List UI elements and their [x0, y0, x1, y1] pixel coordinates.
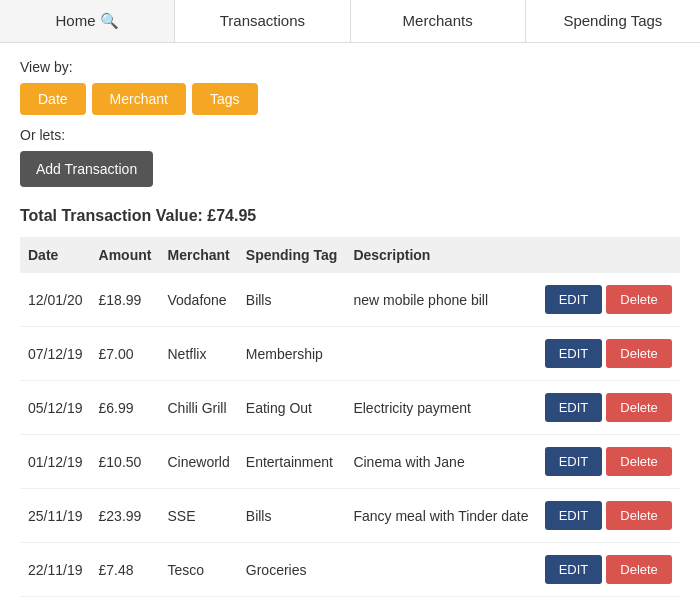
cell-tag: Bills	[238, 273, 346, 327]
nav-merchants[interactable]: Merchants	[351, 0, 526, 42]
or-lets-label: Or lets:	[20, 127, 680, 143]
edit-button[interactable]: EDIT	[545, 339, 603, 368]
cell-date: 07/12/19	[20, 327, 91, 381]
action-cell: EDITDelete	[537, 327, 680, 381]
cell-description: new mobile phone bill	[345, 273, 536, 327]
view-by-tags-button[interactable]: Tags	[192, 83, 258, 115]
cell-tag: Membership	[238, 327, 346, 381]
cell-tag: Entertainment	[238, 435, 346, 489]
cell-amount: £18.99	[91, 273, 160, 327]
edit-button[interactable]: EDIT	[545, 555, 603, 584]
cell-description: Cinema with Jane	[345, 435, 536, 489]
delete-button[interactable]: Delete	[606, 447, 672, 476]
action-cell: EDITDelete	[537, 435, 680, 489]
cell-date: 25/11/19	[20, 489, 91, 543]
nav-spending-tags[interactable]: Spending Tags	[526, 0, 700, 42]
action-cell: EDITDelete	[537, 273, 680, 327]
total-value: Total Transaction Value: £74.95	[20, 207, 680, 225]
delete-button[interactable]: Delete	[606, 501, 672, 530]
cell-amount: £7.00	[91, 327, 160, 381]
cell-merchant: Cineworld	[159, 435, 237, 489]
table-header-row: Date Amount Merchant Spending Tag Descri…	[20, 237, 680, 273]
nav-transactions-label: Transactions	[220, 12, 305, 29]
cell-amount: £6.99	[91, 381, 160, 435]
edit-button[interactable]: EDIT	[545, 285, 603, 314]
view-by-merchant-button[interactable]: Merchant	[92, 83, 186, 115]
action-cell: EDITDelete	[537, 489, 680, 543]
action-cell: EDITDelete	[537, 381, 680, 435]
cell-description: Fancy meal with Tinder date	[345, 489, 536, 543]
main-content: View by: Date Merchant Tags Or lets: Add…	[0, 43, 700, 609]
delete-button[interactable]: Delete	[606, 393, 672, 422]
col-date: Date	[20, 237, 91, 273]
table-row: 07/12/19£7.00NetflixMembershipEDITDelete	[20, 327, 680, 381]
table-row: 05/12/19£6.99Chilli GrillEating OutElect…	[20, 381, 680, 435]
edit-button[interactable]: EDIT	[545, 501, 603, 530]
action-cell: EDITDelete	[537, 543, 680, 597]
transactions-table: Date Amount Merchant Spending Tag Descri…	[20, 237, 680, 597]
nav-spending-tags-label: Spending Tags	[563, 12, 662, 29]
cell-merchant: Netflix	[159, 327, 237, 381]
delete-button[interactable]: Delete	[606, 285, 672, 314]
nav-home[interactable]: Home 🔍	[0, 0, 175, 42]
col-actions	[537, 237, 680, 273]
col-spending-tag: Spending Tag	[238, 237, 346, 273]
nav-transactions[interactable]: Transactions	[175, 0, 350, 42]
nav-merchants-label: Merchants	[403, 12, 473, 29]
main-nav: Home 🔍 Transactions Merchants Spending T…	[0, 0, 700, 43]
cell-description	[345, 327, 536, 381]
col-amount: Amount	[91, 237, 160, 273]
cell-description	[345, 543, 536, 597]
col-merchant: Merchant	[159, 237, 237, 273]
view-by-group: Date Merchant Tags	[20, 83, 680, 115]
view-by-date-button[interactable]: Date	[20, 83, 86, 115]
cell-amount: £10.50	[91, 435, 160, 489]
cell-tag: Eating Out	[238, 381, 346, 435]
cell-tag: Groceries	[238, 543, 346, 597]
add-transaction-button[interactable]: Add Transaction	[20, 151, 153, 187]
cell-date: 22/11/19	[20, 543, 91, 597]
cell-date: 12/01/20	[20, 273, 91, 327]
cell-amount: £23.99	[91, 489, 160, 543]
cell-amount: £7.48	[91, 543, 160, 597]
cell-description: Electricity payment	[345, 381, 536, 435]
delete-button[interactable]: Delete	[606, 555, 672, 584]
cell-merchant: Vodafone	[159, 273, 237, 327]
table-row: 22/11/19£7.48TescoGroceriesEDITDelete	[20, 543, 680, 597]
table-row: 01/12/19£10.50CineworldEntertainmentCine…	[20, 435, 680, 489]
view-by-label: View by:	[20, 59, 680, 75]
cell-merchant: SSE	[159, 489, 237, 543]
col-description: Description	[345, 237, 536, 273]
table-row: 12/01/20£18.99VodafoneBillsnew mobile ph…	[20, 273, 680, 327]
edit-button[interactable]: EDIT	[545, 447, 603, 476]
cell-merchant: Tesco	[159, 543, 237, 597]
edit-button[interactable]: EDIT	[545, 393, 603, 422]
cell-date: 05/12/19	[20, 381, 91, 435]
delete-button[interactable]: Delete	[606, 339, 672, 368]
table-row: 25/11/19£23.99SSEBillsFancy meal with Ti…	[20, 489, 680, 543]
nav-home-label: Home	[56, 12, 96, 29]
cell-date: 01/12/19	[20, 435, 91, 489]
cell-tag: Bills	[238, 489, 346, 543]
cell-merchant: Chilli Grill	[159, 381, 237, 435]
